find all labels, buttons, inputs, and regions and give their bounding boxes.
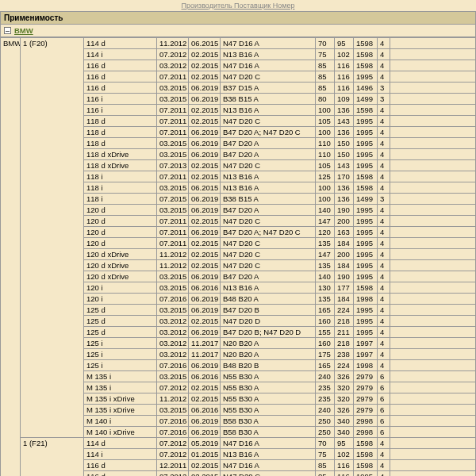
date-from-cell: 07.2012	[157, 471, 189, 477]
date-to-cell: 11.2017	[189, 349, 221, 360]
collapse-icon[interactable]	[4, 27, 11, 34]
power-kw-cell: 125	[316, 171, 335, 182]
cylinders-cell: 6	[378, 393, 390, 405]
displacement-cell: 1995	[354, 149, 378, 160]
engine-cell: B48 B20 B	[221, 360, 316, 371]
engine-cell: N13 B16 A	[221, 182, 316, 194]
displacement-cell: 1995	[354, 327, 378, 338]
power-kw-cell: 70	[316, 38, 335, 49]
tail-cell	[390, 71, 476, 83]
date-from-cell: 03.2015	[157, 149, 189, 160]
power-hp-cell: 116	[335, 83, 354, 94]
cylinders-cell: 4	[378, 294, 390, 305]
date-from-cell: 03.2015	[157, 94, 189, 105]
tail-cell	[390, 271, 476, 282]
tail-cell	[390, 471, 476, 477]
power-kw-cell: 140	[316, 205, 335, 216]
power-hp-cell: 102	[335, 449, 354, 460]
cylinders-cell: 4	[378, 49, 390, 60]
date-to-cell: 06.2019	[189, 305, 221, 316]
engine-cell: B47 D20 B; N47 D20 D	[221, 327, 316, 338]
engine-cell: B37 D15 A	[221, 83, 316, 94]
displacement-cell: 1995	[354, 160, 378, 171]
power-kw-cell: 135	[316, 260, 335, 271]
date-to-cell: 02.2015	[189, 160, 221, 171]
engine-cell: N13 B16 A	[221, 449, 316, 460]
power-kw-cell: 147	[316, 249, 335, 260]
displacement-cell: 2979	[354, 405, 378, 416]
power-hp-cell: 136	[335, 127, 354, 138]
displacement-cell: 1598	[354, 449, 378, 460]
cylinders-cell: 6	[378, 371, 390, 382]
date-to-cell: 06.2019	[189, 271, 221, 282]
power-hp-cell: 184	[335, 260, 354, 271]
engine-cell: N47 D20 C	[221, 216, 316, 227]
variant-cell: 118 i	[84, 182, 157, 194]
power-hp-cell: 116	[335, 60, 354, 71]
variant-cell: 120 d	[84, 227, 157, 238]
engine-cell: B47 D20 A	[221, 271, 316, 282]
variant-cell: 116 d	[84, 71, 157, 83]
variant-cell: 114 i	[84, 449, 157, 460]
power-kw-cell: 70	[316, 438, 335, 449]
date-from-cell: 11.2012	[157, 38, 189, 49]
power-kw-cell: 160	[316, 338, 335, 349]
tail-cell	[390, 371, 476, 382]
tail-cell	[390, 427, 476, 438]
power-kw-cell: 240	[316, 371, 335, 382]
variant-cell: M 140 i	[84, 416, 157, 427]
date-to-cell: 02.2015	[189, 460, 221, 471]
date-from-cell: 07.2013	[157, 160, 189, 171]
cylinders-cell: 3	[378, 83, 390, 94]
cylinders-cell: 4	[378, 460, 390, 471]
power-hp-cell: 218	[335, 338, 354, 349]
power-kw-cell: 235	[316, 393, 335, 405]
power-kw-cell: 140	[316, 271, 335, 282]
tail-cell	[390, 127, 476, 138]
cylinders-cell: 4	[378, 338, 390, 349]
displacement-cell: 1598	[354, 60, 378, 71]
power-kw-cell: 105	[316, 160, 335, 171]
displacement-cell: 1998	[354, 360, 378, 371]
tail-cell	[390, 438, 476, 449]
tail-cell	[390, 116, 476, 127]
power-kw-cell: 175	[316, 349, 335, 360]
engine-cell: N13 B16 A	[221, 171, 316, 182]
power-kw-cell: 250	[316, 416, 335, 427]
engine-cell: N47 D20 C	[221, 116, 316, 127]
tail-cell	[390, 38, 476, 49]
cylinders-cell: 4	[378, 438, 390, 449]
variant-cell: M 135 i	[84, 371, 157, 382]
brand-expand-row[interactable]: BMW	[0, 25, 476, 37]
tail-cell	[390, 327, 476, 338]
displacement-cell: 1995	[354, 71, 378, 83]
power-hp-cell: 163	[335, 227, 354, 238]
brand-label[interactable]: BMW	[14, 26, 33, 35]
power-hp-cell: 211	[335, 327, 354, 338]
variant-cell: 116 i	[84, 105, 157, 116]
top-links[interactable]: Производитель Поставщик Номер	[0, 0, 476, 11]
date-to-cell: 02.2015	[189, 471, 221, 477]
date-to-cell: 06.2019	[189, 205, 221, 216]
power-kw-cell: 165	[316, 305, 335, 316]
power-hp-cell: 326	[335, 371, 354, 382]
power-kw-cell: 85	[316, 471, 335, 477]
variant-cell: 118 d xDrive	[84, 149, 157, 160]
engine-cell: B47 D20 A	[221, 205, 316, 216]
power-kw-cell: 100	[316, 182, 335, 194]
displacement-cell: 1998	[354, 294, 378, 305]
power-hp-cell: 200	[335, 249, 354, 260]
date-from-cell: 03.2012	[157, 316, 189, 327]
date-to-cell: 02.2015	[189, 216, 221, 227]
power-kw-cell: 165	[316, 360, 335, 371]
power-hp-cell: 136	[335, 182, 354, 194]
date-to-cell: 02.2015	[189, 60, 221, 71]
variant-cell: M 135 i	[84, 382, 157, 393]
cylinders-cell: 4	[378, 116, 390, 127]
power-kw-cell: 100	[316, 127, 335, 138]
date-from-cell: 03.2012	[157, 349, 189, 360]
variant-cell: 116 i	[84, 94, 157, 105]
date-to-cell: 06.2016	[189, 405, 221, 416]
cylinders-cell: 4	[378, 316, 390, 327]
date-from-cell: 03.2015	[157, 282, 189, 294]
